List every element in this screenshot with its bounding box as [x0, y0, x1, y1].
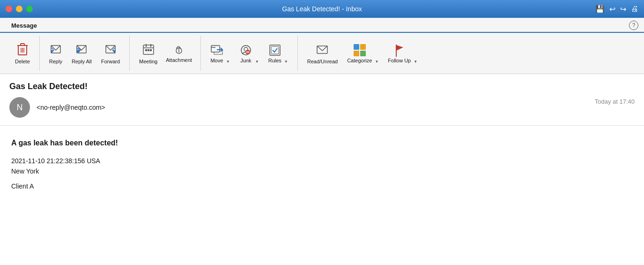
- body-headline: A gas leak has been detected!: [11, 139, 633, 147]
- follow-up-dropdown-arrow: ▼: [414, 60, 417, 64]
- body-client: Client A: [11, 182, 633, 190]
- message-subject: Gas Leak Detected!: [9, 82, 635, 91]
- meeting-label: Meeting: [139, 59, 157, 65]
- attachment-button[interactable]: Attachment: [163, 42, 195, 64]
- junk-button[interactable]: Junk ▼: [236, 41, 263, 66]
- junk-icon: [239, 43, 252, 58]
- move-icon: [210, 43, 223, 58]
- reply-icon: [49, 42, 62, 57]
- svg-marker-30: [396, 45, 403, 51]
- read-unread-icon: [316, 42, 329, 57]
- window-controls: [6, 6, 33, 12]
- close-button[interactable]: [6, 6, 12, 12]
- delete-button[interactable]: Delete: [11, 40, 34, 67]
- sender-info: <no-reply@neqto.com>: [37, 104, 588, 111]
- toolbar-icons: 💾 ↩ ↪ 🖨: [595, 5, 638, 14]
- message-meta: N <no-reply@neqto.com> Today at 17:40: [9, 97, 635, 118]
- help-button[interactable]: ?: [629, 21, 638, 30]
- rules-button[interactable]: Rules ▼: [265, 41, 292, 66]
- follow-up-label: Follow Up: [388, 58, 411, 64]
- forward-button[interactable]: Forward: [97, 40, 124, 67]
- categorize-icon: [354, 43, 366, 58]
- ribbon-toolbar: Delete Reply: [0, 33, 644, 74]
- follow-up-button[interactable]: Follow Up ▼: [384, 41, 421, 66]
- follow-up-icon: [393, 43, 406, 58]
- body-detail-line1: 2021-11-10 21:22:38:156 USA New York: [11, 156, 633, 177]
- message-time: Today at 17:40: [595, 98, 635, 105]
- message-body: A gas leak has been detected! 2021-11-10…: [0, 126, 644, 203]
- svg-rect-15: [148, 49, 149, 51]
- rules-dropdown-arrow: ▼: [284, 60, 288, 64]
- ribbon-group-move: Move ▼ Junk ▼: [201, 36, 298, 71]
- reply-all-icon: [75, 42, 88, 57]
- title-bar: 💾 ↩ ↪ 🖨 Gas Leak Detected! - Inbox: [0, 0, 644, 18]
- reply-all-button[interactable]: Reply All: [68, 40, 96, 67]
- rules-icon: [268, 43, 281, 58]
- svg-rect-27: [271, 46, 279, 54]
- tab-bar: Message ?: [0, 18, 644, 33]
- move-label: Move: [210, 58, 223, 64]
- main-content: Gas Leak Detected! N <no-reply@neqto.com…: [0, 74, 644, 265]
- sender-avatar: N: [9, 97, 30, 118]
- ribbon-group-tags: Read/Unread Categorize ▼: [298, 36, 427, 71]
- attachment-icon: [173, 43, 185, 56]
- meeting-icon: [142, 42, 155, 57]
- svg-rect-19: [211, 45, 220, 52]
- junk-label: Junk: [240, 58, 251, 64]
- rules-label: Rules: [268, 58, 281, 64]
- sender-email: <no-reply@neqto.com>: [37, 104, 588, 111]
- delete-label: Delete: [15, 59, 30, 65]
- read-unread-label: Read/Unread: [307, 59, 338, 65]
- read-unread-button[interactable]: Read/Unread: [303, 40, 341, 67]
- reply-button[interactable]: Reply: [45, 40, 66, 67]
- categorize-button[interactable]: Categorize ▼: [343, 41, 382, 66]
- junk-dropdown-arrow: ▼: [255, 60, 259, 64]
- move-dropdown-arrow: ▼: [226, 60, 230, 64]
- minimize-button[interactable]: [16, 6, 22, 12]
- categorize-dropdown-arrow: ▼: [375, 60, 378, 64]
- ribbon-group-meeting: Meeting Attachment: [130, 36, 201, 71]
- window-title: Gas Leak Detected! - Inbox: [282, 5, 362, 13]
- save-icon[interactable]: 💾: [595, 5, 605, 14]
- move-button[interactable]: Move ▼: [207, 41, 234, 66]
- svg-rect-14: [145, 49, 147, 51]
- meeting-button[interactable]: Meeting: [135, 40, 161, 67]
- ribbon-group-delete: Delete: [6, 36, 40, 71]
- delete-icon: [16, 42, 29, 57]
- maximize-button[interactable]: [26, 6, 33, 12]
- forward-label: Forward: [101, 59, 120, 65]
- redo-icon[interactable]: ↪: [620, 5, 626, 14]
- ribbon-group-reply: Reply Reply All: [40, 36, 130, 71]
- reply-label: Reply: [49, 59, 62, 65]
- print-icon[interactable]: 🖨: [631, 5, 638, 13]
- undo-icon[interactable]: ↩: [609, 5, 615, 14]
- message-header: Gas Leak Detected! N <no-reply@neqto.com…: [0, 74, 644, 126]
- attachment-label: Attachment: [166, 57, 192, 63]
- categorize-label: Categorize: [347, 58, 372, 64]
- tab-message[interactable]: Message: [6, 19, 43, 33]
- reply-all-label: Reply All: [72, 59, 92, 65]
- message-container: Gas Leak Detected! N <no-reply@neqto.com…: [0, 74, 644, 265]
- forward-icon: [104, 42, 117, 57]
- svg-rect-16: [150, 49, 152, 51]
